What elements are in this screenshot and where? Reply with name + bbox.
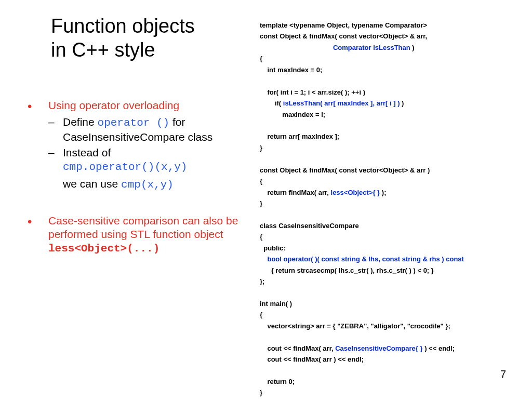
sub-1a-pre: Define [63, 116, 98, 128]
code-l16b: ); [380, 189, 386, 196]
sub-1b-post1: we can use [63, 178, 121, 190]
dash-icon: – [48, 146, 55, 159]
code-l16a: return findMax( arr, [260, 189, 331, 196]
code-l27: { [260, 311, 262, 318]
code-l4: { [260, 55, 262, 62]
code-l14: const Object & findMax( const vector<Obj… [260, 166, 430, 174]
bullet-1-text: Using operator overloading [48, 99, 242, 112]
code-l8-kw: isLessThan( arr[ maxIndex ], arr[ i ] ) [283, 99, 400, 107]
title-line-1: Function objects [51, 15, 195, 37]
bullet-dot-icon: • [28, 99, 32, 114]
code-l2: const Object & findMax( const vector<Obj… [260, 32, 427, 40]
code-l21: public: [260, 244, 286, 252]
sub-1b-pre: Instead of [63, 147, 111, 158]
page-number: 7 [500, 368, 506, 380]
left-column: • Using operator overloading – Define op… [29, 99, 242, 271]
sub-1b-code: cmp.operator()(x,y) [63, 161, 187, 173]
code-l3-kw: Comparator isLessThan [333, 44, 410, 51]
bullet-2: • Case-sensitive comparison can also be … [29, 214, 242, 256]
code-l7: for( int i = 1; i < arr.size( ); ++i ) [260, 88, 365, 96]
code-l11: return arr[ maxIndex ]; [260, 132, 339, 140]
code-block: template <typename Object, typename Comp… [260, 20, 525, 398]
bullet-2-text: Case-sensitive comparison can also be pe… [48, 214, 242, 256]
code-l24: }; [260, 277, 264, 285]
bullet-2-code: less<Object>(...) [48, 243, 159, 255]
sub-1a-code: operator () [98, 117, 170, 129]
code-l5: int maxIndex = 0; [260, 66, 322, 74]
code-l30-kw: CaseInsensitiveCompare{ } [335, 344, 422, 352]
code-l34: } [260, 389, 262, 396]
code-l28: vector<string> arr = { "ZEBRA", "alligat… [260, 322, 450, 330]
code-l20: { [260, 233, 262, 241]
sub-1b-body: Instead of cmp.operator()(x,y) we can us… [63, 146, 242, 192]
bullet-dot-icon: • [28, 214, 32, 230]
dash-icon: – [48, 115, 55, 129]
code-l3a [260, 44, 333, 51]
sub-1b: – Instead of cmp.operator()(x,y) we can … [48, 146, 242, 192]
code-l8b: ) [400, 99, 404, 107]
slide: Function objects in C++ style • Using op… [0, 0, 532, 399]
code-l33: return 0; [260, 378, 295, 385]
code-l19: class CaseInsensitiveCompare [260, 222, 359, 230]
code-l30b: ) << endl; [423, 344, 455, 352]
code-l15: { [260, 177, 262, 185]
title-line-2: in C++ style [51, 39, 155, 61]
code-l1: template <typename Object, typename Comp… [260, 21, 427, 29]
sub-1a: – Define operator () for CaseInsensitive… [48, 115, 242, 144]
code-l17: } [260, 200, 262, 207]
code-l26: int main( ) [260, 300, 292, 308]
code-l3b: ) [410, 44, 415, 51]
code-l22-kw: bool operator( )( const string & lhs, co… [260, 255, 464, 263]
code-l16-kw: less<Object>{ } [331, 189, 380, 196]
bullet-1-subs: – Define operator () for CaseInsensitive… [48, 115, 242, 192]
code-l30a: cout << findMax( arr, [260, 344, 335, 352]
bullet-2-line: Case-sensitive comparison can also be pe… [48, 215, 238, 240]
code-l31: cout << findMax( arr ) << endl; [260, 355, 364, 363]
slide-title: Function objects in C++ style [51, 15, 195, 62]
sub-1a-body: Define operator () for CaseInsensitiveCo… [63, 115, 242, 144]
bullet-1: • Using operator overloading – Define op… [29, 99, 242, 192]
code-l23: { return strcasecmp( lhs.c_str( ), rhs.c… [260, 267, 434, 274]
code-l8a: if( [260, 99, 283, 107]
code-l9: maxIndex = i; [260, 111, 325, 118]
code-l12: } [260, 144, 262, 152]
sub-1b-post2: cmp(x,y) [121, 179, 174, 191]
